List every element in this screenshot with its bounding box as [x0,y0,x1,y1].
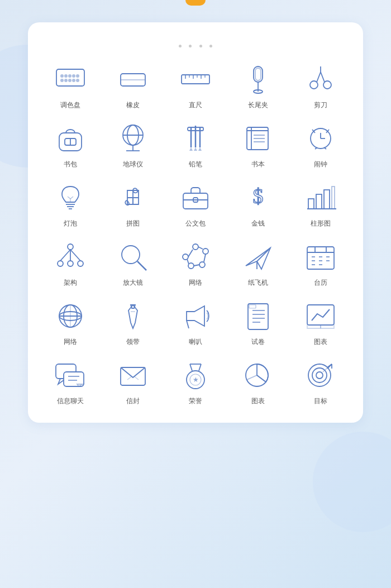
icon-label-laba: 喇叭 [189,337,202,347]
svg-point-1 [60,74,64,78]
svg-rect-69 [316,194,322,209]
icon-box-tubiao2 [239,357,278,393]
icon-label-shuben: 书本 [251,160,265,169]
icon-item-tubiao2: 图表 [227,357,289,406]
icon-item-laba: 喇叭 [164,298,227,347]
svg-line-56 [315,147,317,149]
icon-item-xinxi: 信息聊天 [39,357,102,406]
icon-box-dengpao [51,179,90,216]
icon-label-jiandao: 剪刀 [314,101,327,110]
svg-rect-64 [183,193,208,209]
icon-label-jqian: 金钱 [251,219,265,228]
icon-box-changyeijia [239,61,278,97]
icon-item-xiangpi: 橡皮 [102,61,164,110]
icon-box-diqiuyi [113,120,152,156]
svg-rect-95 [307,247,334,269]
svg-line-90 [194,265,199,266]
icon-box-pintu [113,179,152,216]
svg-point-144 [316,372,323,379]
top-badge [185,0,206,6]
icon-item-wangluo2: 网络 [39,298,102,347]
icon-label-shijuan: 试卷 [251,337,265,347]
svg-line-81 [137,261,146,270]
icon-item-zhichi: 直尺 [164,61,227,110]
icon-label-diqiuyi: 地球仪 [123,160,143,169]
icon-box-fangdajing [113,238,152,275]
icon-label-wangluo: 网络 [189,278,202,288]
svg-point-85 [199,262,205,267]
icon-box-xinfeng [113,357,152,393]
icon-item-dengpao: 灯泡 [39,179,102,228]
icon-box-jiagou [51,238,90,275]
svg-line-63 [70,197,73,199]
icon-item-jqian: $ 金钱 [227,179,289,228]
icon-item-shubao: 书包 [39,120,102,169]
svg-point-73 [68,244,73,250]
icon-box-xinxi [51,357,90,393]
icon-item-jiagou: 架构 [39,238,102,288]
svg-point-75 [68,261,73,266]
svg-line-28 [321,72,325,82]
icon-box-wangluo [176,238,215,275]
icon-box-shijuan [239,298,278,334]
icon-label-zhuxingtu: 柱形图 [311,219,331,228]
svg-point-9 [72,79,75,82]
svg-line-93 [257,248,270,261]
svg-line-57 [324,147,326,149]
svg-line-62 [68,197,70,199]
svg-point-82 [183,254,188,260]
icon-box-naozong [301,120,340,156]
svg-line-77 [60,250,70,261]
icon-box-tiaoseban [51,61,90,97]
icon-box-gongwenbao [176,179,215,216]
icon-box-wangluo2 [51,298,90,334]
svg-point-8 [68,79,71,82]
icon-item-jiandao: 剪刀 [289,61,352,110]
dot1 [189,45,192,47]
icon-label-shubao: 书包 [64,160,77,169]
icon-item-xinfeng: 信封 [102,357,164,406]
icon-label-fangdajing: 放大镜 [123,278,143,288]
icon-item-rongyu: ★ 荣誉 [164,357,227,406]
svg-rect-22 [255,68,261,80]
svg-point-4 [72,74,75,78]
icon-item-tiaoseban: 调色盘 [39,61,102,110]
dot3 [209,45,212,47]
icon-label-tiaoseban: 调色盘 [60,101,80,110]
svg-rect-71 [332,187,335,209]
icon-box-taili [301,238,340,275]
svg-rect-117 [248,304,268,329]
icon-label-naozong: 闹钟 [314,160,327,169]
card: 调色盘 橡皮 直尺 长尾夹 [28,22,363,423]
icon-box-jqian: $ [239,179,278,216]
icon-item-zhuxingtu: 柱形图 [289,179,352,228]
icon-label-lingdai: 领带 [126,337,140,347]
icon-box-xiangpi [113,61,152,97]
icon-label-rongyu: 荣誉 [189,396,202,406]
icon-box-tubiao [301,298,340,334]
icon-label-wangluo2: 网络 [64,337,77,347]
icon-label-xiangpi: 橡皮 [126,101,140,110]
svg-line-87 [188,250,193,257]
card-subtitle [39,41,352,50]
svg-point-80 [122,246,140,264]
svg-line-88 [198,247,203,249]
svg-text:$: $ [253,184,264,208]
dot2 [199,45,202,47]
svg-rect-123 [307,305,334,325]
icon-item-naozong: 闹钟 [289,120,352,169]
icon-item-lingdai: 领带 [102,298,164,347]
icon-item-shijuan: 试卷 [227,298,289,347]
icon-item-tubiao: 图表 [289,298,352,347]
icon-label-changyeijia: 长尾夹 [248,101,268,110]
icon-item-diqiuyi: 地球仪 [102,120,164,169]
icon-box-shuben [239,120,278,156]
svg-line-133 [127,376,132,380]
icon-label-zhifiji: 纸飞机 [248,278,268,288]
svg-line-139 [199,364,201,371]
icon-box-rongyu: ★ [176,357,215,393]
svg-line-138 [190,364,192,371]
svg-marker-42 [194,147,197,151]
svg-line-79 [70,250,80,261]
icon-box-mubiao [301,357,340,393]
